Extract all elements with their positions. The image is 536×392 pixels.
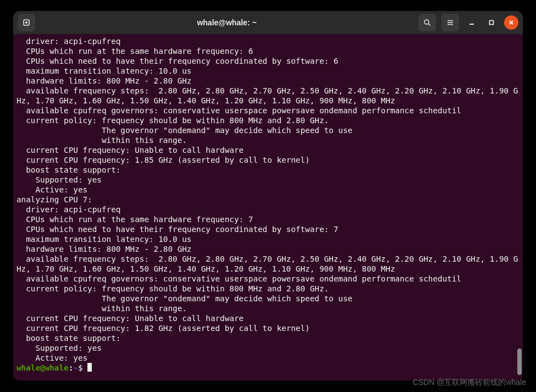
minimize-button[interactable] <box>465 15 479 30</box>
svg-rect-9 <box>490 21 494 25</box>
terminal-window: whale@whale: ~ driver: acpi-cpufreq CPUs… <box>13 11 523 380</box>
scrollbar[interactable] <box>517 35 522 376</box>
prompt-colon: : <box>69 363 74 372</box>
prompt-dollar: $ <box>78 363 87 372</box>
prompt-path: ~ <box>73 363 78 372</box>
text-cursor <box>87 363 92 372</box>
prompt-user-host: whale@whale <box>16 363 69 372</box>
terminal-output: driver: acpi-cpufreq CPUs which run at t… <box>16 37 518 362</box>
svg-line-4 <box>428 24 430 26</box>
close-button[interactable] <box>504 15 518 30</box>
new-tab-button[interactable] <box>18 14 35 31</box>
menu-button[interactable] <box>441 14 459 31</box>
scrollbar-thumb[interactable] <box>517 349 522 375</box>
window-title: whale@whale: ~ <box>35 18 418 27</box>
terminal-body[interactable]: driver: acpi-cpufreq CPUs which run at t… <box>13 34 523 380</box>
watermark: CSDN @互联网搬砖前线的whale <box>413 378 526 388</box>
search-button[interactable] <box>418 14 436 31</box>
svg-point-3 <box>424 20 429 24</box>
titlebar: whale@whale: ~ <box>13 11 523 34</box>
maximize-button[interactable] <box>484 15 499 30</box>
